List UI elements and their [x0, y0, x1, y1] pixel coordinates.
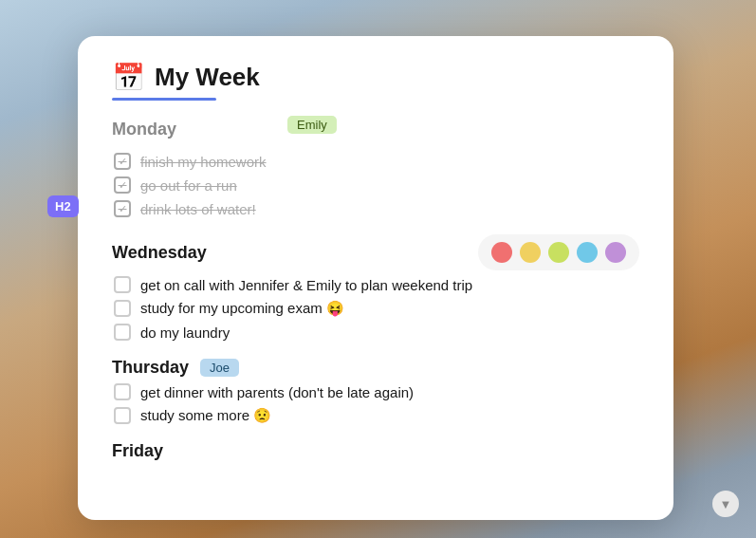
wednesday-header-row: Wednesday	[112, 234, 639, 270]
checkbox-1[interactable]	[114, 153, 131, 170]
emily-tag: Emily	[287, 116, 337, 134]
main-card: 📅 My Week Monday Emily finish my homewor…	[78, 36, 673, 520]
calendar-icon: 📅	[112, 65, 145, 91]
blue-dot[interactable]	[577, 242, 598, 263]
task-text: get dinner with parents (don't be late a…	[140, 384, 414, 400]
thursday-section: Thursday Joe get dinner with parents (do…	[112, 358, 639, 424]
monday-tasks: finish my homework go out for a run drin…	[112, 153, 639, 217]
joe-tag: Joe	[200, 359, 239, 377]
thursday-header: Thursday	[112, 358, 189, 378]
task-text: study for my upcoming exam 😝	[140, 300, 344, 317]
thursday-tasks: get dinner with parents (don't be late a…	[112, 383, 639, 424]
friday-header: Friday	[112, 441, 163, 460]
task-item: get on call with Jennifer & Emily to pla…	[114, 276, 639, 293]
page-header: 📅 My Week	[112, 63, 639, 92]
task-item: study some more 😟	[114, 407, 639, 424]
task-item: finish my homework	[114, 153, 639, 170]
checkbox-4[interactable]	[114, 276, 131, 293]
checkbox-5[interactable]	[114, 300, 131, 317]
task-item: go out for a run	[114, 176, 639, 194]
task-item: get dinner with parents (don't be late a…	[114, 383, 639, 400]
purple-dot[interactable]	[605, 242, 626, 263]
task-text: finish my homework	[140, 154, 267, 170]
monday-section: Monday Emily finish my homework go out f…	[112, 120, 639, 217]
wednesday-header: Wednesday	[112, 243, 207, 263]
task-text: get on call with Jennifer & Emily to pla…	[140, 277, 472, 293]
checkbox-6[interactable]	[114, 324, 131, 341]
wednesday-tasks: get on call with Jennifer & Emily to pla…	[112, 276, 639, 341]
task-text: study some more 😟	[140, 407, 271, 424]
title-underline	[112, 98, 216, 101]
task-text: do my laundry	[140, 325, 230, 341]
checkbox-2[interactable]	[114, 176, 131, 194]
wednesday-section: Wednesday get on call with Jennifer & Em…	[112, 234, 639, 341]
h2-badge: H2	[47, 195, 79, 217]
scroll-down-button[interactable]: ▼	[712, 491, 739, 517]
yellow-dot[interactable]	[520, 242, 541, 263]
color-dots-container	[478, 234, 639, 270]
task-item: drink lots of water!	[114, 200, 639, 217]
red-dot[interactable]	[491, 242, 512, 263]
task-text: go out for a run	[140, 177, 237, 194]
checkbox-3[interactable]	[114, 200, 131, 217]
task-item: do my laundry	[114, 324, 639, 341]
lime-dot[interactable]	[548, 242, 569, 263]
checkbox-8[interactable]	[114, 407, 131, 424]
monday-header: Monday	[112, 120, 176, 139]
friday-section: Friday	[112, 441, 639, 461]
checkbox-7[interactable]	[114, 383, 131, 400]
task-item: study for my upcoming exam 😝	[114, 300, 639, 317]
page-title: My Week	[155, 63, 260, 92]
thursday-header-row: Thursday Joe	[112, 358, 639, 378]
task-text: drink lots of water!	[140, 201, 256, 217]
